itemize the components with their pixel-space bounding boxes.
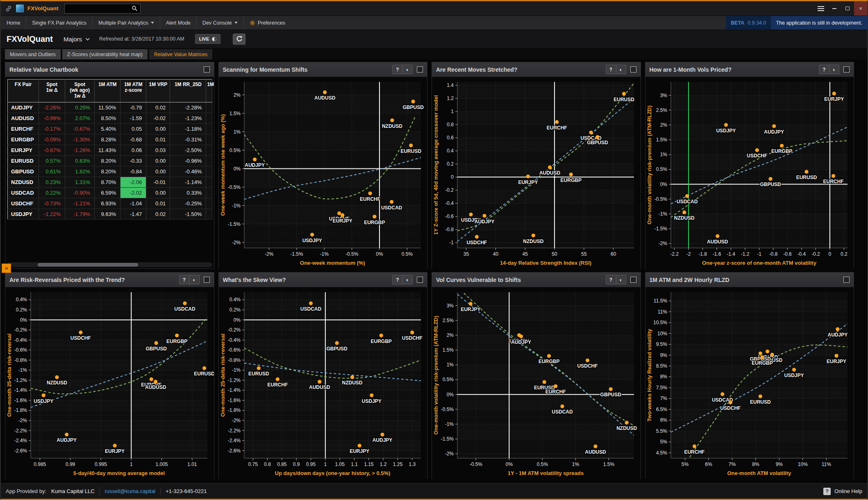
contrast-toggle-icon[interactable]: ◐ (402, 65, 412, 74)
cell-rr-25d: -2.50% (170, 145, 206, 156)
tab-relative-value[interactable]: Relative Value Matrices (149, 49, 212, 59)
search-icon[interactable] (132, 5, 138, 11)
help-button[interactable]: ? (393, 275, 402, 284)
menu-item-multiple-pair[interactable]: Multiple Pair Analytics (93, 16, 160, 30)
svg-text:-1.8%: -1.8% (227, 407, 241, 413)
contrast-toggle-icon[interactable]: ◐ (616, 65, 626, 74)
contact-email-link[interactable]: russell@kuma.capital (105, 488, 156, 494)
cell-rr-25d: -1.50% (170, 209, 206, 220)
scrollbar-thumb[interactable] (38, 263, 138, 266)
help-button[interactable]: ? (393, 65, 402, 74)
data-point-AUDUSD (766, 350, 769, 353)
table-row[interactable]: USDCHF-0.73%-1.21%6.93%-1.040.01-0.25% (8, 198, 212, 209)
table-row[interactable]: AUDJPY-2.26%0.25%11.50%-0.790.02-2.28% (8, 102, 212, 113)
column-header[interactable]: 1M ATM (95, 80, 120, 102)
panel-select-checkbox[interactable] (630, 66, 636, 73)
point-label: EURJPY (332, 218, 352, 224)
cell-vrp-1m: 0.00 (146, 188, 170, 198)
column-header[interactable]: Spot 1w Δ (39, 80, 65, 102)
svg-text:-0.4%: -0.4% (14, 337, 27, 343)
panel-select-checkbox[interactable] (204, 66, 210, 73)
column-header[interactable]: Spot (wk ago) 1w Δ (65, 80, 95, 102)
svg-text:0: 0 (828, 251, 831, 257)
refresh-button[interactable] (233, 34, 245, 45)
table-row[interactable]: EURGBP-0.09%-1.30%8.28%-0.680.01-0.31% (8, 134, 212, 145)
table-row[interactable]: EURUSD0.57%0.63%8.20%-0.330.00-0.96% (8, 156, 212, 166)
column-header[interactable]: 1M ATM z-score (120, 80, 146, 102)
live-toggle[interactable]: LIVE (195, 34, 220, 44)
panel-select-checkbox[interactable] (843, 66, 850, 73)
table-row[interactable]: USDJPY-1.22%-1.79%9.63%-1.470.02-1.50% (8, 209, 212, 220)
close-button[interactable]: × (854, 1, 867, 16)
svg-text:1: 1 (451, 109, 454, 114)
point-label: AUDUSD (585, 449, 606, 455)
table-row[interactable]: EURCHF-0.17%-0.67%5.40%0.050.00-1.18% (8, 124, 212, 134)
scope-dropdown[interactable]: Majors (64, 36, 89, 43)
panel-select-checkbox[interactable] (630, 277, 636, 283)
app-header: FXVolQuant Majors Refreshed at: 3/26/201… (1, 30, 867, 48)
help-button[interactable]: ? (606, 65, 616, 74)
menu-item-preferences[interactable]: Preferences (244, 16, 291, 30)
point-label: EURGBP (771, 148, 792, 154)
panel-header: What's the Skew View? ?◐ (219, 273, 427, 287)
svg-text:-0.6%: -0.6% (227, 347, 241, 353)
svg-text:-1.2%: -1.2% (227, 377, 241, 383)
contrast-toggle-icon[interactable]: ◐ (616, 275, 626, 284)
menu-hamburger-icon[interactable] (814, 1, 828, 16)
menu-item-dev-console[interactable]: Dev Console (197, 16, 244, 30)
svg-text:-0.8%: -0.8% (227, 357, 241, 363)
data-point-USDCHF (586, 359, 589, 362)
menu-item-single-fx[interactable]: Single FX Pair Analytics (26, 16, 93, 30)
cell-spot-1w: 0.23% (39, 177, 65, 188)
cell-spot-1w: -0.73% (39, 198, 65, 209)
svg-text:0%: 0% (447, 392, 454, 398)
svg-text:-1.2%: -1.2% (14, 377, 27, 383)
contrast-toggle-icon[interactable]: ◐ (189, 275, 199, 284)
search-input[interactable] (67, 6, 132, 11)
column-header[interactable]: 1M (206, 80, 212, 102)
cell-rr-25d: -1.23% (170, 113, 206, 124)
svg-text:1.25: 1.25 (393, 461, 402, 467)
cell-spot-wk-ago: 1.82% (65, 166, 95, 177)
svg-text:-2.2%: -2.2% (227, 428, 241, 434)
svg-text:-0.8: -0.8 (445, 227, 454, 232)
column-header[interactable]: 1M VRP (146, 80, 170, 102)
online-help-link[interactable]: Online Help (834, 488, 862, 494)
svg-text:1: 1 (324, 461, 327, 467)
maximize-button[interactable] (841, 1, 854, 16)
contrast-toggle-icon[interactable]: ◐ (402, 275, 412, 284)
menu-item-home[interactable]: Home (1, 16, 26, 30)
table-row[interactable]: USDCAD0.22%-0.90%6.59%-2.020.000.33% (8, 188, 212, 198)
contrast-toggle-icon[interactable]: ◐ (829, 65, 839, 74)
help-button[interactable]: ? (606, 275, 616, 284)
table-row[interactable]: NZDUSD0.23%1.31%8.70%-2.06-0.01-1.14% (8, 177, 212, 188)
help-button[interactable]: ? (180, 275, 189, 284)
table-expander-button[interactable]: > (2, 264, 11, 273)
table-row[interactable]: EURJPY-0.67%-1.26%11.43%0.060.03-2.50% (8, 145, 212, 156)
menu-item-alert-mode[interactable]: Alert Mode (160, 16, 197, 30)
panel-select-checkbox[interactable] (204, 277, 210, 283)
panel-select-checkbox[interactable] (843, 277, 850, 283)
minimize-button[interactable] (828, 1, 841, 16)
svg-text:-0.2%: -0.2% (14, 327, 27, 333)
point-label: AUDUSD (707, 239, 728, 245)
search-box[interactable] (64, 4, 141, 14)
svg-text:1%: 1% (447, 362, 454, 368)
svg-text:2%: 2% (660, 122, 667, 128)
column-header[interactable]: 1M RR_25D (170, 80, 206, 102)
table-horizontal-scrollbar[interactable] (7, 262, 212, 267)
help-button[interactable]: ? (819, 65, 829, 74)
svg-text:0.5%: 0.5% (443, 377, 454, 382)
panel-select-checkbox[interactable] (417, 277, 423, 283)
panel-select-checkbox[interactable] (417, 66, 423, 73)
svg-text:0.2%: 0.2% (229, 307, 241, 313)
column-header[interactable]: FX Pair (8, 80, 39, 102)
help-icon[interactable]: ? (823, 488, 831, 495)
table-row[interactable]: AUDUSD-0.99%2.07%8.50%-1.59-0.02-1.23% (8, 113, 212, 124)
panel-title: 1M ATM and 2W Hourly RLZD (650, 277, 840, 283)
tab-zscores[interactable]: Z-Scores (vulnerability heat map) (62, 49, 148, 59)
link-icon[interactable] (5, 5, 12, 12)
tab-movers-outliers[interactable]: Movers and Outliers (5, 49, 61, 59)
table-row[interactable]: GBPUSD0.61%1.82%8.20%-0.840.00-0.46% (8, 166, 212, 177)
data-point-USDJPY (310, 233, 314, 236)
